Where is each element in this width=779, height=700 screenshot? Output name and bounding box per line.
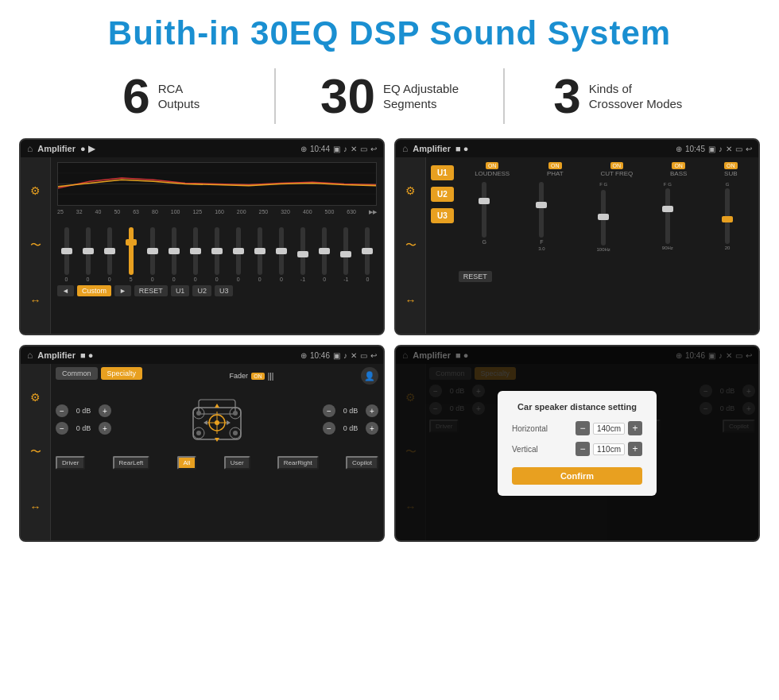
reset-btn[interactable]: RESET — [134, 285, 168, 296]
vol-minus-1[interactable]: − — [56, 404, 68, 417]
vol-plus-2[interactable]: + — [99, 422, 111, 435]
eq-icon-3[interactable]: ↔ — [26, 291, 45, 310]
vol-val-4: 0 dB — [339, 424, 362, 432]
slider-2[interactable]: 0 — [86, 227, 91, 282]
u2-crossover-btn[interactable]: U2 — [431, 187, 454, 202]
u2-btn[interactable]: U2 — [192, 285, 211, 296]
window-icon: ▭ — [360, 145, 367, 153]
horizontal-control: − 140cm + — [576, 421, 642, 435]
play-btn[interactable]: ► — [114, 285, 131, 296]
slider-1[interactable]: 0 — [64, 227, 69, 282]
slider-10[interactable]: 0 — [258, 227, 262, 282]
right-vols: − 0 dB + − 0 dB + — [323, 404, 378, 435]
custom-btn[interactable]: Custom — [77, 285, 111, 296]
vol-plus-4[interactable]: + — [366, 422, 378, 435]
eq-graph — [57, 162, 377, 206]
vol-minus-2[interactable]: − — [56, 422, 68, 435]
loudness-slider[interactable]: G — [482, 182, 486, 245]
stat-rca-number: 6 — [122, 72, 149, 121]
cutfreq-channel: ON CUT FREQ — [600, 162, 633, 177]
svg-point-11 — [196, 431, 201, 435]
phat-slider[interactable]: F 3.0 — [538, 182, 545, 251]
horizontal-plus-btn[interactable]: + — [628, 421, 642, 435]
eq-icon-2[interactable]: 〜 — [26, 236, 45, 255]
eq-home-icon: ⌂ — [27, 143, 33, 154]
slider-8[interactable]: 0 — [215, 227, 219, 282]
channel-area: ON LOUDNESS ON PHAT ON CUT FREQ ON — [459, 162, 754, 329]
slider-4[interactable]: 5 — [129, 227, 134, 282]
fd-icon-1[interactable]: ⚙ — [26, 388, 45, 407]
u3-crossover-btn[interactable]: U3 — [431, 208, 454, 223]
rearright-btn[interactable]: RearRight — [277, 456, 319, 470]
eq-screen-content: ⚙ 〜 ↔ — [21, 157, 383, 334]
u1-btn[interactable]: U1 — [171, 285, 190, 296]
tab-common[interactable]: Common — [56, 367, 98, 380]
svg-marker-20 — [203, 420, 207, 425]
vertical-minus-btn[interactable]: − — [576, 442, 590, 456]
vertical-value: 110cm — [593, 443, 625, 455]
fd-win: ▭ — [360, 351, 367, 360]
cx-icon-3[interactable]: ↔ — [401, 291, 421, 310]
vertical-label: Vertical — [512, 445, 556, 454]
crossover-status-icons: ⊕ 10:45 ▣ ♪ ✕ ▭ ↩ — [676, 145, 752, 153]
u-buttons: U1 U2 U3 — [431, 162, 454, 329]
rearleft-btn[interactable]: RearLeft — [113, 456, 150, 470]
u3-btn[interactable]: U3 — [215, 285, 234, 296]
screens-grid: ⌂ Amplifier ● ▶ ⊕ 10:44 ▣ ♪ ✕ ▭ ↩ ⚙ 〜 ↔ — [0, 132, 779, 548]
sub-slider[interactable]: G 20 — [725, 182, 731, 250]
fd-x: ✕ — [351, 351, 357, 360]
vol-plus-1[interactable]: + — [99, 404, 111, 417]
eq-sliders: 0 0 0 5 0 — [57, 219, 377, 282]
vol-minus-3[interactable]: − — [323, 404, 335, 417]
fader-title: Amplifier ■ ● — [37, 350, 296, 360]
cx-icon-2[interactable]: 〜 — [401, 236, 421, 255]
crossover-reset-btn[interactable]: RESET — [459, 271, 492, 282]
slider-14[interactable]: -1 — [343, 227, 348, 282]
user-btn[interactable]: User — [224, 456, 250, 470]
confirm-button[interactable]: Confirm — [512, 467, 642, 485]
fader-status-icons: ⊕ 10:46 ▣ ♪ ✕ ▭ ↩ — [300, 351, 377, 360]
prev-btn[interactable]: ◄ — [57, 285, 74, 296]
eq-title: Amplifier ● ▶ — [37, 144, 296, 154]
cutfreq-slider[interactable]: F G 100Hz — [597, 182, 610, 252]
u1-crossover-btn[interactable]: U1 — [431, 165, 454, 180]
all-btn[interactable]: All — [177, 456, 197, 470]
eq-icon-1[interactable]: ⚙ — [26, 181, 45, 200]
crossover-reset: RESET — [459, 268, 754, 282]
slider-5[interactable]: 0 — [150, 227, 155, 282]
cx-icon-1[interactable]: ⚙ — [401, 181, 421, 200]
vertical-plus-btn[interactable]: + — [628, 442, 642, 456]
sub-on: ON — [724, 162, 738, 169]
tab-specialty[interactable]: Specialty — [101, 367, 143, 380]
slider-13[interactable]: 0 — [322, 227, 327, 282]
copilot-btn[interactable]: Copilot — [346, 456, 378, 470]
fd-icon-3[interactable]: ↔ — [26, 497, 45, 516]
slider-6[interactable]: 0 — [172, 227, 176, 282]
slider-15[interactable]: 0 — [365, 227, 370, 282]
horizontal-minus-btn[interactable]: − — [576, 421, 590, 435]
loudness-on: ON — [486, 162, 499, 169]
svg-point-13 — [233, 431, 238, 435]
slider-9[interactable]: 0 — [236, 227, 241, 282]
slider-3[interactable]: 0 — [107, 227, 112, 282]
vol-plus-3[interactable]: + — [366, 404, 378, 417]
phat-label: PHAT — [547, 170, 564, 177]
dialog-vertical-row: Vertical − 110cm + — [512, 442, 642, 456]
slider-12[interactable]: -1 — [300, 227, 305, 282]
driver-btn[interactable]: Driver — [56, 456, 85, 470]
eq-screen: ⌂ Amplifier ● ▶ ⊕ 10:44 ▣ ♪ ✕ ▭ ↩ ⚙ 〜 ↔ — [19, 138, 385, 335]
slider-7[interactable]: 0 — [193, 227, 198, 282]
fd-icon-2[interactable]: 〜 — [26, 443, 45, 462]
svg-point-9 — [233, 411, 238, 416]
camera-icon: ▣ — [333, 145, 340, 153]
eq-sidebar: ⚙ 〜 ↔ — [21, 157, 51, 334]
fader-person-icon[interactable]: 👤 — [361, 367, 378, 385]
vol-minus-4[interactable]: − — [323, 422, 335, 435]
stat-rca: 6 RCAOutputs — [48, 72, 274, 121]
slider-11[interactable]: 0 — [279, 227, 284, 282]
crossover-sidebar: ⚙ 〜 ↔ — [396, 157, 426, 334]
channel-labels: ON LOUDNESS ON PHAT ON CUT FREQ ON — [459, 162, 754, 177]
cx-win: ▭ — [735, 145, 742, 153]
bass-channel: ON BASS — [670, 162, 687, 177]
bass-slider[interactable]: F G 90Hz — [662, 182, 673, 250]
